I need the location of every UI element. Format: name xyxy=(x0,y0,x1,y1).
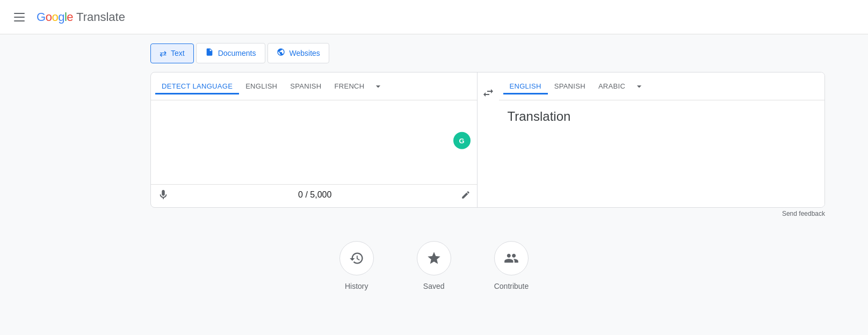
documents-tab-icon xyxy=(205,48,214,59)
source-french-btn[interactable]: FRENCH xyxy=(328,78,371,94)
text-tab-icon: ⇄ xyxy=(160,48,167,59)
source-english-btn[interactable]: ENGLISH xyxy=(239,78,284,94)
source-more-languages-btn[interactable] xyxy=(371,77,386,96)
char-count-text: 0 / 5,000 xyxy=(298,190,331,199)
history-label: History xyxy=(345,282,368,290)
send-feedback[interactable]: Send feedback xyxy=(0,208,868,220)
grammarly-icon: G xyxy=(453,132,471,149)
websites-tab-icon xyxy=(277,48,285,59)
tab-documents-label: Documents xyxy=(218,49,256,57)
logo-google-text: Google xyxy=(37,10,73,24)
detect-language-btn[interactable]: DETECT LANGUAGE xyxy=(155,78,239,94)
char-count: 0 / 5,000 xyxy=(298,190,331,200)
tab-websites[interactable]: Websites xyxy=(267,43,329,63)
source-spanish-btn[interactable]: SPANISH xyxy=(284,78,328,94)
menu-line xyxy=(14,17,25,18)
contribute-label: Contribute xyxy=(494,282,529,290)
microphone-button[interactable] xyxy=(155,187,171,203)
menu-line xyxy=(14,20,25,21)
translation-output: Translation xyxy=(499,100,825,207)
target-arabic-btn[interactable]: ARABIC xyxy=(592,78,632,94)
translator-container: DETECT LANGUAGE ENGLISH SPANISH FRENCH G xyxy=(150,72,825,208)
source-lang-bar: DETECT LANGUAGE ENGLISH SPANISH FRENCH xyxy=(151,72,477,100)
source-text-container: G xyxy=(151,100,477,184)
edit-button[interactable] xyxy=(459,188,473,202)
header: Google Translate xyxy=(0,0,868,34)
source-footer: 0 / 5,000 xyxy=(151,184,477,207)
source-textarea[interactable] xyxy=(157,107,471,161)
menu-button[interactable] xyxy=(9,6,30,28)
main-area: ⇄ Text Documents Websites DETECT LANGUAG… xyxy=(0,34,868,335)
source-panel: DETECT LANGUAGE ENGLISH SPANISH FRENCH G xyxy=(151,72,478,207)
history-item[interactable]: History xyxy=(339,241,374,290)
target-more-languages-btn[interactable] xyxy=(632,77,647,96)
saved-item[interactable]: Saved xyxy=(417,241,451,290)
target-panel: ENGLISH SPANISH ARABIC Translation xyxy=(499,72,825,207)
history-icon-circle xyxy=(339,241,374,275)
contribute-item[interactable]: Contribute xyxy=(494,241,529,290)
tab-bar: ⇄ Text Documents Websites xyxy=(0,34,868,63)
target-spanish-btn[interactable]: SPANISH xyxy=(548,78,592,94)
saved-icon-circle xyxy=(417,241,451,275)
tab-websites-label: Websites xyxy=(290,49,320,57)
swap-languages-button[interactable] xyxy=(478,82,499,104)
target-lang-bar: ENGLISH SPANISH ARABIC xyxy=(499,72,825,100)
tab-text-label: Text xyxy=(171,49,185,57)
target-english-btn[interactable]: ENGLISH xyxy=(503,78,548,94)
bottom-icons-bar: History Saved Contribute xyxy=(0,241,868,301)
tab-documents[interactable]: Documents xyxy=(196,43,265,63)
menu-line xyxy=(14,13,25,14)
translation-placeholder: Translation xyxy=(508,109,571,123)
tab-text[interactable]: ⇄ Text xyxy=(150,43,194,63)
swap-container xyxy=(478,72,499,207)
logo: Google Translate xyxy=(37,10,125,24)
contribute-icon-circle xyxy=(494,241,529,275)
saved-label: Saved xyxy=(423,282,445,290)
logo-translate-text: Translate xyxy=(76,10,125,24)
